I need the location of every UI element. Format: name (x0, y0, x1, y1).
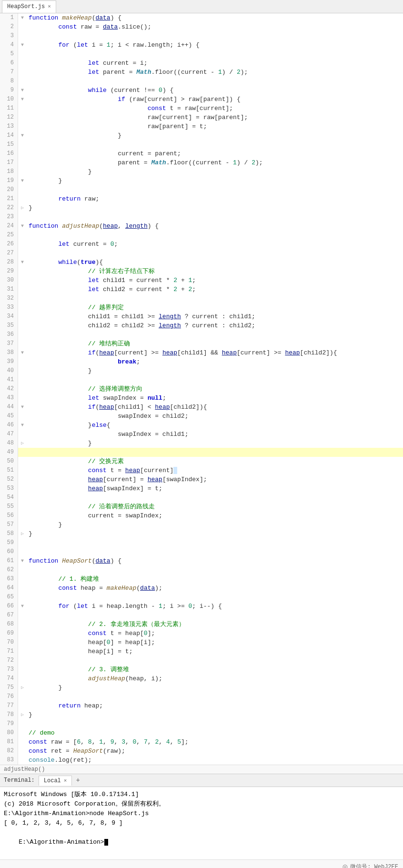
code-line: 52 heap[current] = heap[swapIndex]; (0, 475, 403, 484)
code-line: 8 (0, 77, 403, 86)
code-line: 51 const t = heap[current] (0, 466, 403, 475)
code-line: 9 ▼ while (current !== 0) { (0, 86, 403, 95)
code-line-highlighted: 49 (0, 448, 403, 457)
code-line: 47 swapIndex = child1; (0, 430, 403, 439)
code-line: 73 // 3. 调整堆 (0, 665, 403, 674)
code-line: 63 // 1. 构建堆 (0, 575, 403, 584)
terminal-bar: Terminal: Local × + (0, 774, 403, 787)
terminal-label: Terminal: (4, 777, 37, 784)
code-line: 6 let current = i; (0, 59, 403, 68)
code-line: 76 (0, 692, 403, 701)
code-line: 27 (0, 249, 403, 258)
terminal-input-line[interactable]: E:\Algorithm-Animation> (4, 828, 399, 857)
code-line: 62 (0, 565, 403, 575)
code-line: 39 break; (0, 357, 403, 366)
status-text: adjustHeap() (4, 766, 45, 773)
terminal-output-line: (c) 2018 Microsoft Corporation。保留所有权利。 (4, 799, 399, 809)
code-line: 20 (0, 185, 403, 194)
code-line: 65 (0, 593, 403, 602)
code-line: 17 parent = Math.floor((current - 1) / 2… (0, 158, 403, 167)
code-line: 24 ▼ function adjustHeap(heap, length) { (0, 222, 403, 231)
code-line: 25 (0, 231, 403, 240)
code-line: 77 return heap; (0, 701, 403, 710)
code-line: 70 heap[0] = heap[i]; (0, 638, 403, 647)
code-line: 36 (0, 330, 403, 339)
code-line: 59 (0, 538, 403, 547)
code-line: 71 heap[i] = t; (0, 647, 403, 656)
code-line: 42 // 选择堆调整方向 (0, 384, 403, 394)
code-line: 44 ▼ if(heap[child1] < heap[child2]){ (0, 403, 403, 412)
code-line: 53 heap[swapIndex] = t; (0, 484, 403, 493)
code-line: 79 (0, 719, 403, 728)
code-line: 75 ▷ } (0, 683, 403, 692)
code-line: 5 (0, 50, 403, 59)
code-line: 55 // 沿着调整后的路线走 (0, 502, 403, 511)
code-line: 16 current = parent; (0, 149, 403, 158)
terminal-tab-label: Local (44, 777, 61, 784)
code-line: 80 // demo (0, 728, 403, 737)
terminal-content[interactable]: Microsoft Windows [版本 10.0.17134.1] (c) … (0, 787, 403, 859)
code-line: 13 raw[parent] = t; (0, 122, 403, 131)
code-line: 64 const heap = makeHeap(data); (0, 584, 403, 593)
code-line: 11 const t = raw[current]; (0, 104, 403, 113)
code-line: 48 ▷ } (0, 439, 403, 448)
code-line: 61 ▼ function HeapSort(data) { (0, 556, 403, 565)
code-line: 54 (0, 493, 403, 502)
code-line: 56 current = swapIndex; (0, 511, 403, 520)
code-line: 41 (0, 375, 403, 384)
code-editor[interactable]: 1 ▼ function makeHeap(data) { 2 const ra… (0, 13, 403, 765)
terminal-tab-local[interactable]: Local × (39, 776, 72, 786)
watermark-icon: ◎ (343, 862, 348, 868)
code-line: 78 ▷ } (0, 710, 403, 719)
code-line: 28 ▼ while(true){ (0, 258, 403, 267)
status-line: adjustHeap() (0, 765, 403, 774)
code-line: 32 (0, 294, 403, 303)
terminal-cursor (104, 839, 108, 846)
code-line: 34 child1 = child1 >= length ? current :… (0, 312, 403, 321)
code-line: 1 ▼ function makeHeap(data) { (0, 13, 403, 22)
watermark-text: 微信号: WebJ2EE (350, 863, 398, 868)
code-line: 40 } (0, 366, 403, 375)
terminal-tab-close[interactable]: × (64, 778, 67, 784)
file-tab[interactable]: HeapSort.js × (2, 0, 56, 13)
terminal-output-line: [ 0, 1, 2, 3, 4, 5, 6, 7, 8, 9 ] (4, 818, 399, 828)
code-line: 30 let child1 = current * 2 + 1; (0, 276, 403, 285)
watermark-bar: ◎ 微信号: WebJ2EE (0, 859, 403, 868)
code-line: 33 // 越界判定 (0, 303, 403, 312)
code-line: 82 const ret = HeapSort(raw); (0, 747, 403, 756)
code-line: 57 } (0, 520, 403, 529)
tab-close-icon[interactable]: × (48, 4, 51, 10)
terminal-output-line: E:\Algorithm-Animation>node HeapSort.js (4, 809, 399, 818)
code-line: 58 ▷ } (0, 529, 403, 538)
code-line: 83 console.log(ret); (0, 756, 403, 765)
code-line: 12 raw[current] = raw[parent]; (0, 113, 403, 122)
code-line: 46 ▼ }else{ (0, 421, 403, 430)
code-line: 45 swapIndex = child2; (0, 412, 403, 421)
code-line: 19 ▼ } (0, 176, 403, 185)
code-line: 14 ▼ } (0, 131, 403, 140)
code-line: 10 ▼ if (raw[current] > raw[parent]) { (0, 95, 403, 104)
code-line: 37 // 堆结构正确 (0, 339, 403, 348)
terminal-add-button[interactable]: + (74, 777, 81, 784)
code-line: 43 let swapIndex = null; (0, 394, 403, 403)
code-line: 29 // 计算左右子结点下标 (0, 267, 403, 276)
code-line: 69 const t = heap[0]; (0, 629, 403, 638)
code-line: 81 const raw = [6, 8, 1, 9, 3, 0, 7, 2, … (0, 737, 403, 747)
code-line: 4 ▼ for (let i = 1; i < raw.length; i++)… (0, 40, 403, 50)
code-line: 60 (0, 547, 403, 556)
terminal-prompt: E:\Algorithm-Animation> (19, 838, 104, 846)
code-line: 31 let child2 = current * 2 + 2; (0, 285, 403, 294)
code-line: 72 (0, 656, 403, 665)
code-line: 74 adjustHeap(heap, i); (0, 674, 403, 683)
code-line: 2 const raw = data.slice(); (0, 22, 403, 31)
code-line: 38 ▼ if(heap[current] >= heap[child1] &&… (0, 348, 403, 357)
code-line: 66 ▼ for (let i = heap.length - 1; i >= … (0, 602, 403, 611)
code-line: 35 child2 = child2 >= length ? current :… (0, 321, 403, 330)
code-line: 23 (0, 212, 403, 222)
code-line: 26 let current = 0; (0, 240, 403, 249)
tab-title: HeapSort.js (7, 3, 45, 10)
code-line: 50 // 交换元素 (0, 457, 403, 466)
code-line: 3 (0, 31, 403, 40)
terminal-output-line: Microsoft Windows [版本 10.0.17134.1] (4, 790, 399, 799)
code-line: 67 (0, 611, 403, 620)
